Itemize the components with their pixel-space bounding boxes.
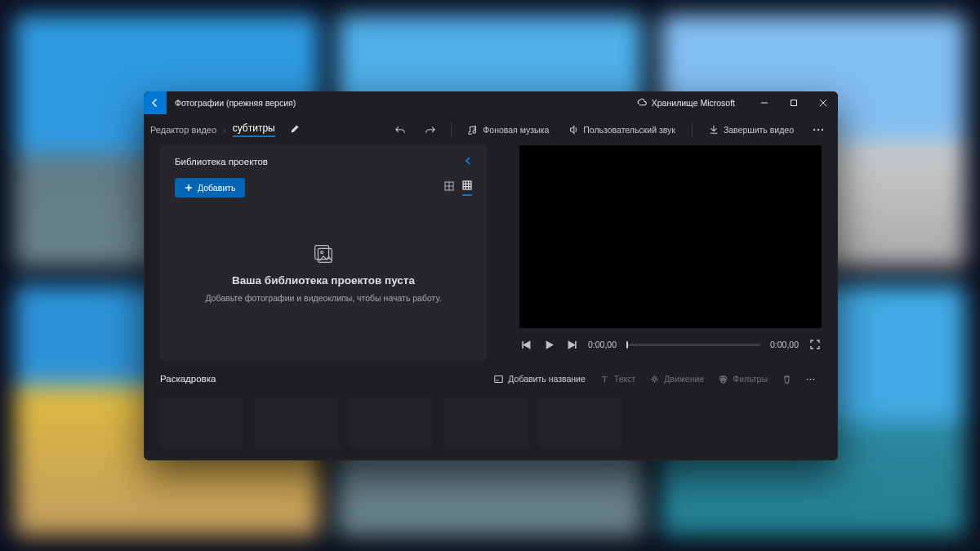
playback-controls: 0:00,00 0:00,00 <box>519 328 822 361</box>
cloud-label: Хранилище Microsoft <box>652 98 735 108</box>
play-button[interactable] <box>542 340 555 349</box>
seek-bar[interactable] <box>626 344 760 346</box>
separator <box>451 122 452 137</box>
storyboard-slot[interactable] <box>444 397 528 447</box>
storyboard-slot[interactable] <box>160 397 243 447</box>
toolbar: Редактор видео › субтитры Фоновая музыка… <box>144 114 838 145</box>
minimize-button[interactable] <box>750 91 779 114</box>
app-title: Фотографии (прежняя версия) <box>175 98 296 108</box>
cloud-storage-button[interactable]: Хранилище Microsoft <box>637 97 735 109</box>
chevron-right-icon: › <box>223 125 226 135</box>
svg-rect-0 <box>791 100 797 106</box>
custom-audio-label: Пользовательский звук <box>583 125 675 135</box>
maximize-button[interactable] <box>779 91 808 114</box>
total-time: 0:00,00 <box>770 340 799 349</box>
finish-video-button[interactable]: Завершить видео <box>702 118 800 141</box>
view-grid-button[interactable] <box>462 180 472 196</box>
empty-title: Ваша библиотека проектов пуста <box>232 274 415 287</box>
current-time: 0:00,00 <box>588 340 617 349</box>
add-label: Добавить <box>198 183 235 193</box>
svg-point-3 <box>822 129 823 131</box>
svg-rect-6 <box>315 245 329 259</box>
empty-library-state: Ваша библиотека проектов пуста Добавьте … <box>175 198 472 346</box>
svg-rect-9 <box>495 375 502 382</box>
svg-point-10 <box>653 377 657 380</box>
add-title-card-button[interactable]: Добавить название <box>488 369 591 389</box>
filters-label: Фильтры <box>733 374 768 384</box>
prev-frame-button[interactable] <box>519 340 532 349</box>
redo-button[interactable] <box>418 118 441 141</box>
fullscreen-button[interactable] <box>808 340 822 349</box>
breadcrumb-root[interactable]: Редактор видео <box>150 125 216 135</box>
project-library-panel: Библиотека проектов Добавить <box>160 145 487 361</box>
collapse-library-button[interactable] <box>464 157 472 167</box>
svg-point-2 <box>817 129 819 131</box>
empty-subtitle: Добавьте фотографии и видеоклипы, чтобы … <box>205 293 441 303</box>
bg-music-label: Фоновая музыка <box>483 125 549 135</box>
separator <box>692 122 693 137</box>
main-body: Библиотека проектов Добавить <box>144 145 838 361</box>
storyboard-tools: Добавить название Текст Движение Фильтры <box>488 369 822 389</box>
undo-button[interactable] <box>389 118 412 141</box>
video-preview[interactable] <box>519 145 822 328</box>
svg-point-15 <box>810 378 812 380</box>
storyboard-more-button[interactable] <box>800 369 822 389</box>
filters-tool-button: Фильтры <box>712 369 774 389</box>
storyboard-slot[interactable] <box>539 397 622 447</box>
storyboard-slots <box>160 397 822 447</box>
delete-clip-button <box>776 369 798 389</box>
custom-audio-button[interactable]: Пользовательский звук <box>562 118 682 141</box>
project-name[interactable]: субтитры <box>233 122 275 137</box>
preview-panel: 0:00,00 0:00,00 <box>519 145 822 361</box>
svg-point-1 <box>813 129 815 131</box>
svg-rect-5 <box>463 181 471 189</box>
svg-point-16 <box>813 378 815 380</box>
window-controls <box>750 91 838 114</box>
svg-point-14 <box>807 378 808 380</box>
images-icon <box>311 242 336 268</box>
add-media-button[interactable]: Добавить <box>175 178 245 198</box>
library-title: Библиотека проектов <box>175 157 268 167</box>
more-options-button[interactable] <box>807 118 830 141</box>
storyboard-panel: Раскадровка Добавить название Текст Движ… <box>144 361 838 460</box>
view-toggle <box>444 180 472 196</box>
motion-label: Движение <box>664 374 704 384</box>
text-tool-button: Текст <box>594 369 642 389</box>
close-button[interactable] <box>808 91 838 114</box>
back-button[interactable] <box>144 91 167 114</box>
add-title-label: Добавить название <box>508 374 585 384</box>
app-window: Фотографии (прежняя версия) Хранилище Mi… <box>144 91 838 460</box>
svg-point-8 <box>321 251 323 253</box>
edit-name-button[interactable] <box>290 124 300 136</box>
cloud-icon <box>637 97 647 109</box>
finish-label: Завершить видео <box>724 125 794 135</box>
next-frame-button[interactable] <box>565 340 578 349</box>
view-large-button[interactable] <box>444 181 454 195</box>
text-label: Текст <box>614 374 635 384</box>
motion-tool-button: Движение <box>644 369 710 389</box>
storyboard-slot[interactable] <box>350 397 433 447</box>
storyboard-slot[interactable] <box>255 397 338 447</box>
storyboard-title: Раскадровка <box>160 374 216 384</box>
titlebar: Фотографии (прежняя версия) Хранилище Mi… <box>144 91 838 114</box>
background-music-button[interactable]: Фоновая музыка <box>461 118 555 141</box>
